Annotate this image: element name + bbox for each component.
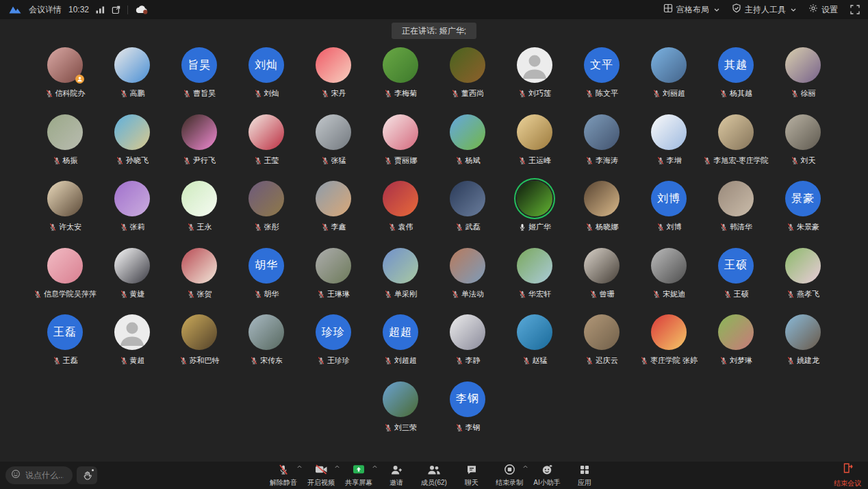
participant-tile[interactable]: 李旭宏-枣庄学院 [702, 110, 769, 177]
avatar [316, 114, 351, 150]
participant-tile[interactable]: 王运峰 [501, 110, 568, 177]
participant-tile[interactable]: 李静 [434, 310, 501, 377]
mic-muted-icon [254, 89, 262, 98]
chevron-up-icon[interactable] [523, 465, 528, 468]
toolbar-apps-button[interactable]: 应用 [571, 464, 598, 488]
participant-tile[interactable]: 张彤 [233, 176, 300, 243]
participant-tile[interactable]: 贾丽娜 [367, 110, 434, 177]
participant-name: 刘三荣 [394, 423, 417, 433]
avatar [450, 114, 485, 150]
chevron-up-icon[interactable] [297, 465, 302, 468]
participant-tile[interactable]: 刘梦琳 [702, 310, 769, 377]
participant-tile[interactable]: 董西尚 [434, 42, 501, 110]
participant-tile[interactable]: 杨振 [31, 110, 99, 177]
participant-name: 武磊 [465, 222, 481, 232]
participant-tile[interactable]: 李鑫 [300, 176, 367, 243]
participant-tile[interactable]: 旨昊曹旨昊 [166, 42, 233, 110]
participant-name: 胡华 [264, 289, 279, 299]
avatar [181, 114, 217, 150]
participant-tile[interactable]: 单采刚 [367, 243, 434, 310]
participant-tile[interactable]: 武磊 [434, 176, 501, 243]
participant-tile[interactable]: 李增 [635, 110, 702, 177]
toolbar-chat-button[interactable]: 聊天 [458, 464, 485, 488]
participant-tile[interactable]: 刘三荣 [367, 377, 434, 444]
popout-icon[interactable] [112, 5, 120, 14]
toolbar-record-stop-button[interactable]: 结束录制 [496, 464, 523, 488]
participant-tile[interactable]: 张贺 [166, 243, 233, 310]
toolbar-share-screen-button[interactable]: 共享屏幕 [345, 464, 372, 488]
fullscreen-button[interactable] [850, 5, 860, 14]
chat-input-box[interactable] [5, 466, 73, 484]
participant-tile[interactable]: 燕孝飞 [769, 243, 837, 310]
participant-tile[interactable]: 李钢李钢 [434, 377, 501, 444]
meeting-details-button[interactable]: 会议详情 [29, 4, 62, 16]
toolbar-invite-button[interactable]: 邀请 [383, 464, 410, 488]
smiley-icon[interactable] [11, 469, 21, 481]
layout-button[interactable]: 宫格布局 [663, 3, 719, 16]
participant-tile[interactable]: 王琳琳 [300, 243, 367, 310]
participant-tile[interactable]: 刘灿刘灿 [233, 42, 300, 110]
participant-tile[interactable]: 李海涛 [568, 110, 635, 177]
participant-tile[interactable]: 超超刘超超 [367, 310, 434, 377]
participant-tile[interactable]: 赵猛 [501, 310, 568, 377]
participant-tile[interactable]: 迟庆云 [568, 310, 635, 377]
participant-tile[interactable]: 姚建龙 [769, 310, 837, 377]
participant-tile[interactable]: 宋丹 [300, 42, 367, 110]
participant-tile[interactable]: 徐丽 [769, 42, 837, 110]
raise-hand-button[interactable] [77, 466, 97, 484]
participant-tile[interactable]: 王永 [166, 176, 233, 243]
participant-tile[interactable]: 曾珊 [568, 243, 635, 310]
end-meeting-button[interactable]: 结束会议 [834, 462, 861, 488]
toolbar-mic-muted-button[interactable]: 解除静音 [270, 464, 297, 488]
participant-tile[interactable]: 杨晓娜 [568, 176, 635, 243]
participant-tile[interactable]: 杨斌 [434, 110, 501, 177]
participant-tile[interactable]: 刘巧莲 [501, 42, 568, 110]
participant-tile[interactable]: 宋传东 [233, 310, 300, 377]
participant-tile[interactable]: 刘天 [769, 110, 837, 177]
participant-tile[interactable]: 李梅菊 [367, 42, 434, 110]
participant-tile[interactable]: 黄婕 [99, 243, 166, 310]
participant-tile[interactable]: 信科院办 [31, 42, 99, 110]
participant-tile[interactable]: 单法动 [434, 243, 501, 310]
avatar: 王磊 [47, 314, 83, 350]
toolbar-camera-off-button[interactable]: 开启视频 [307, 464, 335, 488]
cloud-recording-icon[interactable] [135, 5, 149, 14]
participant-tile[interactable]: 枣庄学院 张婷 [635, 310, 702, 377]
avatar [651, 114, 687, 150]
participant-tile[interactable]: 张猛 [300, 110, 367, 177]
participant-tile[interactable]: 袁伟 [367, 176, 434, 243]
participant-tile[interactable]: 珍珍王珍珍 [300, 310, 367, 377]
participant-tile[interactable]: 王莹 [233, 110, 300, 177]
participant-name: 杨斌 [465, 155, 481, 166]
participant-name: 单采刚 [394, 289, 417, 299]
toolbar-members-button[interactable]: 成员(62) [420, 464, 448, 488]
participant-tile[interactable]: 王磊王磊 [31, 310, 99, 377]
participant-tile[interactable]: 苏和巴特 [166, 310, 233, 377]
participant-tile[interactable]: 华宏轩 [501, 243, 568, 310]
participant-tile[interactable]: 宋妮迪 [635, 243, 702, 310]
participant-tile[interactable]: 景豪朱景豪 [769, 176, 837, 243]
avatar: 珍珍 [316, 314, 351, 350]
chevron-up-icon[interactable] [372, 465, 377, 468]
host-tools-button[interactable]: 主持人工具 [732, 3, 796, 16]
participant-tile[interactable]: 姬广华 [501, 176, 568, 243]
participant-tile[interactable]: 张莉 [99, 176, 166, 243]
participant-tile[interactable]: 文平陈文平 [568, 42, 635, 110]
participant-tile[interactable]: 胡华胡华 [233, 243, 300, 310]
participant-tile[interactable]: 刘博刘博 [635, 176, 702, 243]
chevron-up-icon[interactable] [335, 465, 340, 468]
participant-tile[interactable]: 孙晓飞 [99, 110, 166, 177]
settings-button[interactable]: 设置 [808, 3, 838, 16]
participant-tile[interactable]: 信息学院吴萍萍 [31, 243, 99, 310]
participant-tile[interactable]: 韩清华 [702, 176, 769, 243]
participant-tile[interactable]: 许太安 [31, 176, 99, 243]
toolbar-ai-assistant-button[interactable]: AI小助手 [533, 464, 561, 488]
participant-tile[interactable]: 尹行飞 [166, 110, 233, 177]
participant-tile[interactable]: 其越杨其越 [702, 42, 769, 110]
mic-muted-icon [455, 356, 463, 365]
participant-tile[interactable]: 黄超 [99, 310, 166, 377]
participant-tile[interactable]: 刘丽超 [635, 42, 702, 110]
participant-tile[interactable]: 高鹏 [99, 42, 166, 110]
participant-tile[interactable]: 王硕王硕 [702, 243, 769, 310]
chat-input[interactable] [24, 470, 65, 481]
